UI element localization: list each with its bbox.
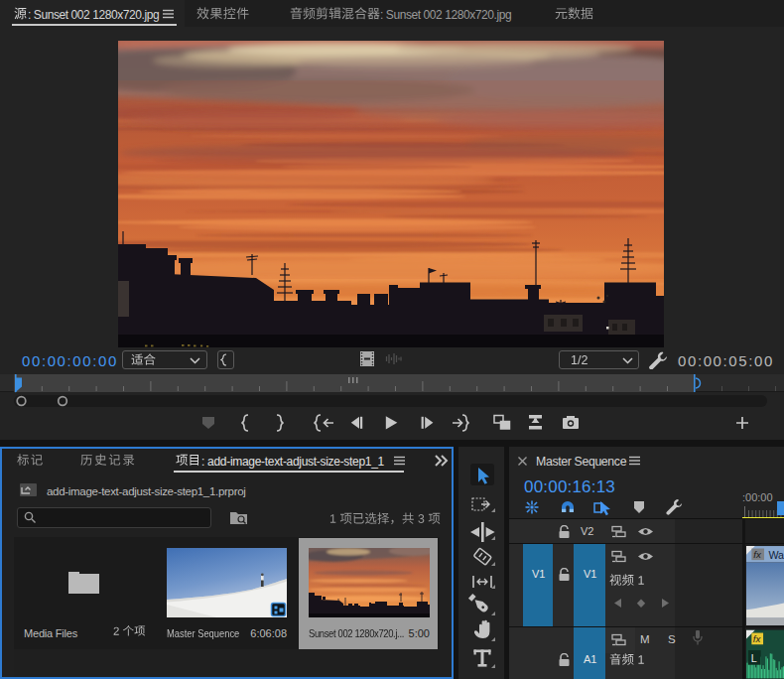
svg-text:fx: fx xyxy=(753,549,762,560)
svg-text:fx: fx xyxy=(753,633,762,644)
svg-text:Wa: Wa xyxy=(768,549,784,561)
svg-text:L: L xyxy=(751,652,757,664)
